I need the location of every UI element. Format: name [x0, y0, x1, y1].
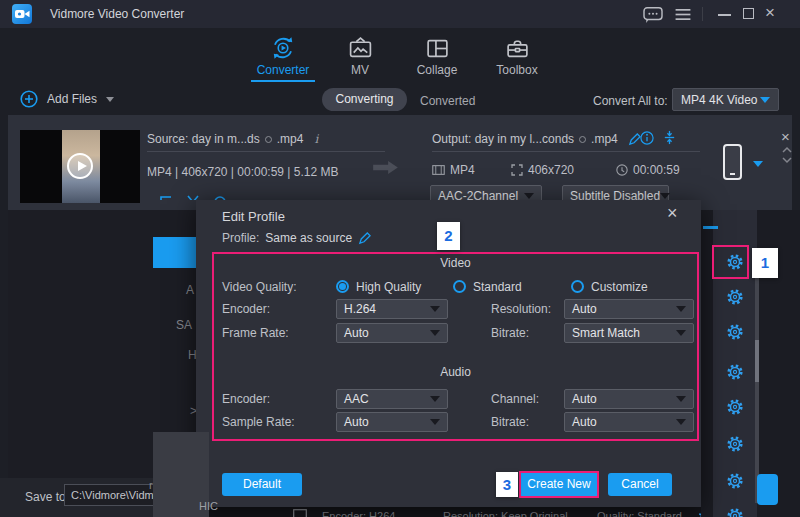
framerate-dropdown[interactable]: Auto [336, 323, 448, 343]
cancel-button-label: Cancel [621, 477, 658, 491]
audio-bitrate-value: Auto [572, 415, 597, 429]
source-meta: MP4 | 406x720 | 00:00:59 | 5.12 MB [147, 165, 338, 179]
converting-tab-label: Converting [335, 92, 393, 106]
cancel-button[interactable]: Cancel [608, 473, 672, 496]
dialog-close-icon[interactable]: × [667, 203, 678, 224]
video-encoder-dropdown[interactable]: H.264 [336, 299, 448, 319]
chevron-down-icon [676, 419, 686, 425]
add-files-label: Add Files [47, 92, 97, 106]
video-quality-label: Video Quality: [222, 280, 297, 294]
tab-mv[interactable]: MV [320, 33, 400, 83]
channel-dropdown[interactable]: Auto [564, 389, 694, 409]
tab-indicator-fragment [703, 226, 718, 229]
profile-settings-gear-icon[interactable] [713, 389, 757, 425]
default-button-label: Default [243, 477, 281, 491]
output-duration: 00:00:59 [633, 163, 680, 177]
mv-icon [320, 33, 400, 63]
audio-encoder-label: Encoder: [222, 392, 270, 406]
menu-icon[interactable] [674, 8, 692, 21]
scrollbar-thumb[interactable] [755, 340, 759, 382]
remove-file-icon[interactable]: × [781, 128, 790, 145]
merge-settings-icon[interactable] [662, 130, 677, 145]
output-format-cell: MP4 [432, 163, 475, 177]
create-new-button[interactable]: Create New [519, 471, 599, 498]
framerate-label: Frame Rate: [222, 326, 289, 340]
chevron-down-icon [430, 396, 440, 402]
bg-resolution-fragment: Resolution: Keep Original [443, 510, 568, 517]
app-logo-icon [12, 4, 32, 24]
radio-standard[interactable] [453, 280, 466, 293]
radio-high-quality-label: High Quality [356, 280, 421, 294]
video-bitrate-dropdown[interactable]: Smart Match [564, 323, 694, 343]
step-2-annotation: 2 [437, 222, 460, 250]
tab-toolbox[interactable]: Toolbox [477, 33, 557, 83]
rename-pencil-icon[interactable] [628, 133, 641, 146]
convert-all-button-fragment[interactable] [757, 474, 778, 505]
source-info-icon[interactable]: i [314, 132, 318, 146]
bg-quality-fragment: Quality: Standard [597, 510, 682, 517]
film-icon [432, 165, 445, 175]
gear-highlight-box [712, 245, 749, 279]
device-preset-icon[interactable] [723, 144, 742, 180]
step-1-annotation: 1 [752, 248, 778, 278]
samplerate-label: Sample Rate: [222, 415, 295, 429]
add-files-button[interactable]: Add Files [20, 90, 114, 108]
chevron-down-icon [430, 419, 440, 425]
converted-tab[interactable]: Converted [420, 94, 475, 108]
collage-icon [397, 33, 477, 63]
radio-high-quality[interactable] [336, 280, 349, 293]
framerate-value: Auto [344, 326, 369, 340]
output-info-icon[interactable] [640, 131, 654, 145]
bg-encoder-fragment: Encoder: H264 [322, 510, 395, 517]
converting-tab[interactable]: Converting [322, 88, 407, 111]
profile-settings-gear-icon[interactable] [713, 314, 757, 350]
sidebar-scrollbar[interactable] [755, 248, 759, 503]
video-section-header: Video [212, 256, 699, 270]
toolbox-icon [477, 33, 557, 63]
samplerate-dropdown[interactable]: Auto [336, 412, 448, 432]
close-window-button[interactable]: × [765, 3, 775, 23]
maximize-button[interactable] [743, 8, 754, 19]
radio-customize[interactable] [571, 280, 584, 293]
active-tab-underline [251, 80, 315, 82]
audio-section-header: Audio [212, 365, 699, 379]
audio-bitrate-dropdown[interactable]: Auto [564, 412, 694, 432]
profile-settings-gear-icon[interactable] [713, 426, 757, 462]
chevron-down-icon [676, 306, 686, 312]
radio-standard-label: Standard [473, 280, 522, 294]
collapse-chevrons-icon[interactable] [781, 146, 793, 166]
chevron-down-icon [430, 306, 440, 312]
file-badge-icon [265, 136, 272, 143]
selected-format-fragment [153, 237, 196, 268]
edit-profile-pencil-icon[interactable] [358, 232, 371, 245]
profile-settings-gear-icon[interactable] [713, 463, 757, 499]
output-file-ext: .mp4 [591, 132, 618, 146]
profile-settings-gear-icon[interactable] [713, 498, 757, 517]
convert-all-to-label: Convert All to: [593, 94, 668, 108]
minimize-button[interactable] [718, 14, 731, 16]
plus-circle-icon [20, 90, 38, 108]
audio-encoder-dropdown[interactable]: AAC [336, 389, 448, 409]
file-badge-icon [579, 136, 586, 143]
feedback-icon[interactable] [642, 6, 664, 24]
profile-settings-gear-icon[interactable] [713, 279, 757, 315]
output-resolution: 406x720 [528, 163, 574, 177]
source-divider [147, 151, 385, 152]
tab-converter-label: Converter [243, 63, 323, 77]
save-to-label: Save to: [25, 490, 69, 504]
convert-all-dropdown[interactable]: MP4 4K Video [672, 88, 779, 111]
output-format: MP4 [450, 163, 475, 177]
preset-dropdown-arrow[interactable] [753, 161, 763, 167]
tab-converter[interactable]: Converter [243, 33, 323, 83]
chevron-down-icon [660, 193, 670, 199]
tab-collage[interactable]: Collage [397, 33, 477, 83]
resolution-dropdown[interactable]: Auto [564, 299, 694, 319]
default-button[interactable]: Default [222, 473, 302, 496]
convert-all-value: MP4 4K Video [681, 93, 758, 107]
resolution-label: Resolution: [491, 302, 551, 316]
profile-settings-gear-icon[interactable] [713, 354, 757, 390]
play-overlay-icon[interactable] [67, 153, 93, 179]
video-bitrate-value: Smart Match [572, 326, 640, 340]
audio-bitrate-label: Bitrate: [491, 415, 529, 429]
app-window: Vidmore Video Converter × Con [0, 0, 800, 517]
